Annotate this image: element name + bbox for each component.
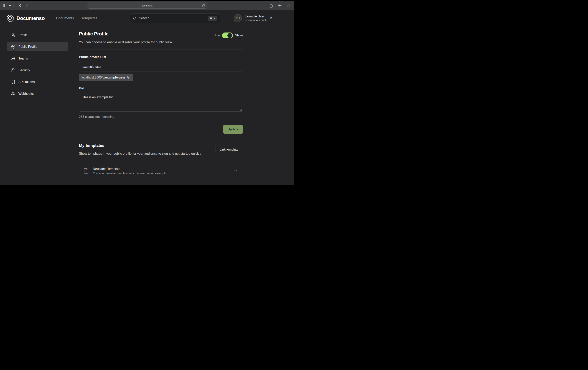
globe-icon [11, 44, 15, 49]
template-description: This is a reusable template which is use… [93, 172, 167, 175]
reload-icon[interactable] [202, 4, 205, 7]
sidebar-item-api-tokens[interactable]: API Tokens [7, 77, 68, 87]
profile-url-preview[interactable]: localhost:3000/p/example-user [79, 74, 133, 81]
sidebar-item-public-profile[interactable]: Public Profile [7, 42, 68, 51]
nav-documents[interactable]: Documents [56, 16, 74, 20]
sidebar-item-label: Profile [18, 33, 28, 37]
update-button[interactable]: Update [223, 125, 243, 134]
copy-icon[interactable] [127, 76, 130, 79]
sidebar-item-label: Public Profile [18, 45, 37, 49]
sidebar-item-profile[interactable]: Profile [7, 30, 68, 40]
users-icon [11, 56, 15, 61]
address-bar-url: localhost [142, 4, 152, 7]
account-menu[interactable]: EU Example User Personal Account [234, 14, 273, 22]
user-icon [11, 33, 15, 37]
chevrons-up-down-icon [270, 17, 273, 20]
my-templates-description: Show templates in your public profile fo… [79, 151, 201, 156]
file-icon [83, 168, 89, 174]
sidebar-toggle-icon[interactable] [3, 4, 7, 7]
profile-url-input[interactable] [79, 62, 243, 72]
resize-handle-icon[interactable] [240, 109, 242, 111]
bio-characters-remaining: 233 characters remaining [79, 115, 243, 119]
search-shortcut-badge: ⌘+K [208, 16, 217, 21]
sidebar-item-label: Security [18, 68, 30, 72]
search-placeholder: Search [139, 16, 149, 20]
toggle-knob [227, 33, 232, 38]
settings-sidebar: Profile Public Profile Teams Security [7, 30, 68, 101]
sidebar-item-teams[interactable]: Teams [7, 54, 68, 63]
bio-label: Bio [79, 86, 243, 90]
account-type: Personal Account [245, 19, 266, 22]
template-name: Reusable Template [93, 167, 167, 171]
toggle-show-label: Show [235, 34, 243, 37]
sidebar-item-label: Teams [18, 57, 28, 60]
brand-name: Documenso [16, 15, 45, 21]
braces-icon [11, 80, 15, 84]
share-icon[interactable] [270, 4, 273, 8]
webhook-icon [11, 92, 15, 96]
link-template-button[interactable]: Link template [215, 145, 243, 154]
search-input[interactable]: Search ⌘+K [130, 13, 220, 23]
browser-toolbar: localhost [0, 1, 294, 10]
documenso-logo-icon [6, 14, 14, 22]
nav-templates[interactable]: Templates [81, 16, 97, 20]
toggle-hide-label: Hide [213, 34, 220, 37]
search-icon [133, 16, 137, 20]
toolbar-divider [13, 3, 14, 7]
chevron-down-icon[interactable] [9, 5, 11, 6]
sidebar-item-label: API Tokens [18, 80, 35, 84]
template-card: Reusable Template This is a reusable tem… [79, 163, 243, 179]
my-templates-title: My templates [79, 143, 201, 148]
sidebar-item-label: Webhooks [18, 92, 34, 95]
page-title: Public Profile [79, 31, 108, 37]
section-divider [79, 50, 243, 50]
page-subtitle: You can choose to enable or disable your… [79, 40, 243, 44]
app-header: Documenso Documents Templates Search ⌘+K… [0, 10, 294, 26]
account-name: Example User [245, 14, 266, 18]
bio-textarea[interactable]: This is an example bio. [79, 93, 243, 112]
new-tab-icon[interactable] [278, 4, 282, 7]
documenso-app: Documenso Documents Templates Search ⌘+K… [0, 10, 294, 185]
tabs-overview-icon[interactable] [287, 4, 291, 7]
forward-icon[interactable] [26, 4, 28, 7]
back-icon[interactable] [19, 4, 21, 7]
profile-visibility-toggle[interactable] [222, 32, 233, 38]
top-nav: Documents Templates [56, 16, 97, 20]
avatar: EU [234, 14, 242, 22]
profile-url-label: Public profile URL [79, 55, 243, 59]
brand[interactable]: Documenso [6, 14, 45, 22]
sidebar-item-security[interactable]: Security [7, 65, 68, 75]
sidebar-item-webhooks[interactable]: Webhooks [7, 89, 68, 98]
public-profile-settings: Public Profile Hide Show You can choose … [79, 26, 243, 179]
address-bar[interactable]: localhost [88, 2, 207, 9]
profile-url-text: localhost:3000/p/example-user [82, 76, 125, 79]
ellipsis-menu-icon[interactable] [234, 170, 239, 172]
visibility-toggle-row: Hide Show [213, 32, 243, 38]
lock-icon [11, 68, 15, 72]
